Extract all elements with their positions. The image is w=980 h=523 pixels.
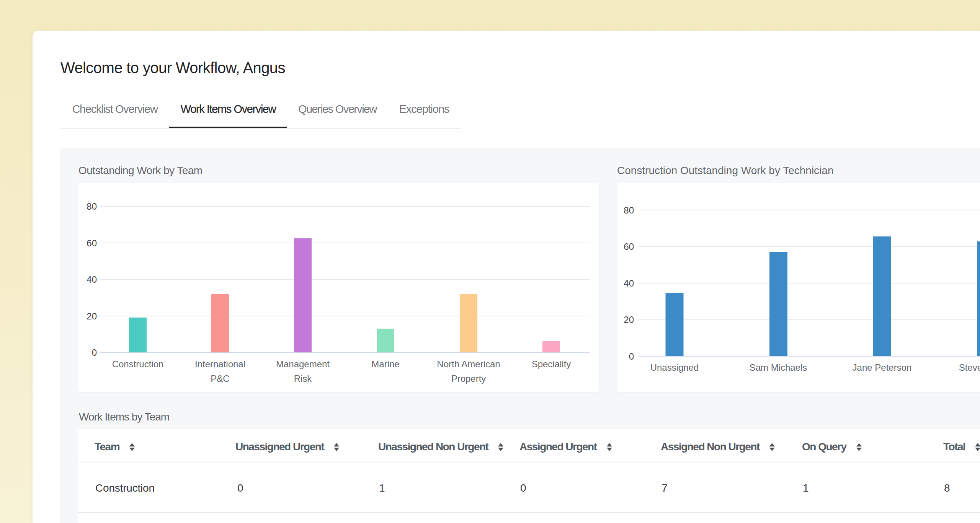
svg-text:Unassigned: Unassigned xyxy=(650,362,699,373)
svg-text:Jane Peterson: Jane Peterson xyxy=(853,362,912,373)
svg-text:Steven Smith: Steven Smith xyxy=(959,362,980,373)
svg-text:40: 40 xyxy=(87,274,97,285)
svg-text:Property: Property xyxy=(451,373,486,384)
svg-text:20: 20 xyxy=(87,311,97,321)
svg-text:60: 60 xyxy=(624,241,634,252)
svg-text:Construction: Construction xyxy=(112,359,164,369)
svg-text:International: International xyxy=(195,359,245,369)
svg-text:80: 80 xyxy=(87,201,97,212)
svg-text:P&C: P&C xyxy=(211,373,229,384)
svg-text:0: 0 xyxy=(92,347,97,358)
svg-text:Risk: Risk xyxy=(294,373,312,384)
svg-text:80: 80 xyxy=(624,205,634,215)
svg-text:40: 40 xyxy=(624,278,634,288)
svg-text:North American: North American xyxy=(437,359,500,369)
svg-text:60: 60 xyxy=(87,238,97,248)
svg-text:Sam Michaels: Sam Michaels xyxy=(750,362,807,373)
svg-text:20: 20 xyxy=(624,314,634,325)
svg-text:Management: Management xyxy=(276,359,330,369)
svg-text:Marine: Marine xyxy=(371,359,399,369)
svg-text:0: 0 xyxy=(629,351,634,362)
svg-text:Speciality: Speciality xyxy=(532,359,571,369)
